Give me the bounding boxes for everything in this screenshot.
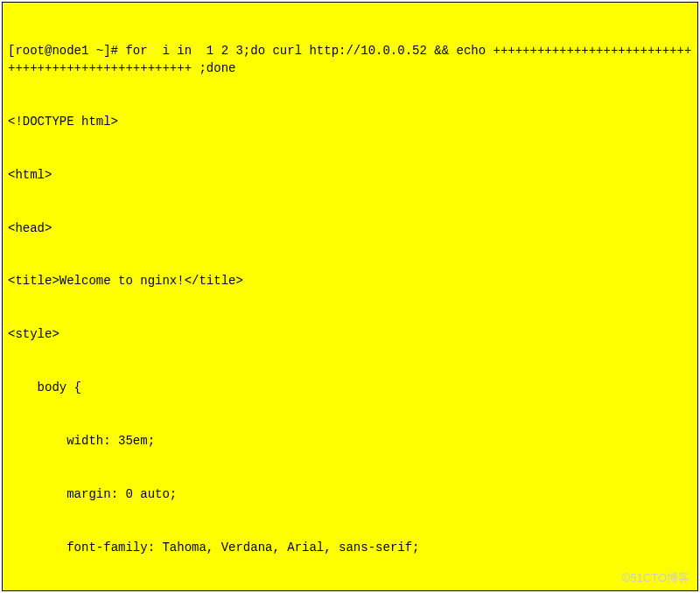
terminal-output-line: margin: 0 auto;: [8, 485, 692, 503]
terminal-window[interactable]: [root@node1 ~]# for i in 1 2 3;do curl h…: [2, 2, 698, 591]
terminal-output-line: <style>: [8, 325, 692, 343]
terminal-output-line: body {: [8, 379, 692, 396]
terminal-output-line: width: 35em;: [8, 432, 692, 450]
terminal-output-line: <head>: [8, 220, 692, 237]
terminal-output-line: font-family: Tahoma, Verdana, Arial, san…: [8, 539, 692, 556]
terminal-output-line: <html>: [8, 166, 692, 184]
terminal-output-line: <title>Welcome to nginx!</title>: [8, 272, 692, 290]
terminal-output-line: [root@node1 ~]# for i in 1 2 3;do curl h…: [8, 42, 692, 78]
terminal-output-line: <!DOCTYPE html>: [8, 113, 692, 130]
